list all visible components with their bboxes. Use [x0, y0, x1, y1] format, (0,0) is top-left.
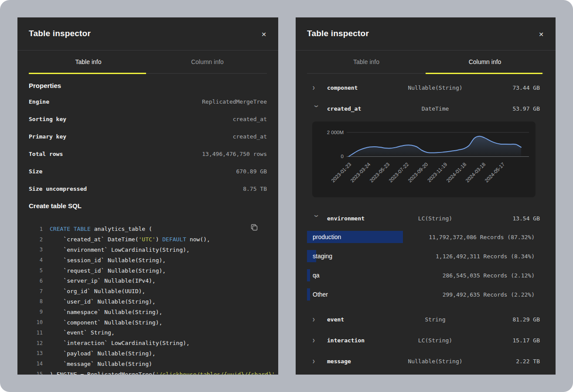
column-name: component	[321, 84, 387, 91]
sql-line: 10 `component` Nullable(String),	[29, 317, 267, 328]
line-number: 15	[29, 371, 43, 375]
column-name: event	[321, 316, 387, 323]
chevron-down-icon[interactable]: ❯	[314, 214, 319, 223]
sql-token: analytics_table (	[91, 226, 152, 232]
property-label: Engine	[29, 98, 49, 105]
sql-token: `namespace` Nullable(String),	[50, 309, 162, 315]
chevron-right-icon[interactable]: ❯	[312, 85, 321, 90]
property-label: Sorting key	[29, 116, 66, 122]
column-name: message	[321, 358, 387, 365]
line-number: 2	[29, 237, 43, 243]
table-inspector-dialog-left: Table inspector ✕ Table info Column info…	[17, 17, 278, 375]
column-row-event[interactable]: ❯eventString81.29 GB	[307, 309, 544, 330]
value-bar-track: staging	[307, 250, 436, 262]
value-bar-label: production	[307, 233, 341, 240]
create-table-sql-heading: Create table SQL	[29, 202, 267, 210]
property-label: Size uncompressed	[29, 186, 87, 192]
chevron-right-icon[interactable]: ❯	[312, 359, 321, 364]
sql-token: `event` String,	[50, 329, 115, 336]
property-value: 8.75 TB	[243, 186, 267, 192]
property-label: Size	[29, 168, 42, 175]
chart-axis-label: 0	[341, 154, 344, 159]
column-type: String	[387, 316, 483, 323]
sql-line: 2 `created_at` DateTime('UTC') DEFAULT n…	[29, 234, 267, 245]
sql-token: `org_id` Nullable(UUID),	[50, 288, 145, 294]
close-button[interactable]: ✕	[536, 30, 546, 39]
tab-table-info[interactable]: Table info	[307, 51, 426, 73]
copy-button[interactable]	[249, 223, 259, 233]
column-type: LC(String)	[387, 215, 483, 222]
chart-area-fill	[349, 136, 521, 156]
value-bar-track: production	[307, 231, 429, 243]
properties-heading: Properties	[29, 82, 267, 89]
value-bar-records: 1,126,492,311 Records (8.34%)	[436, 253, 535, 260]
value-bar-row: qa286,545,035 Records (2.12%)	[307, 269, 535, 281]
created-at-distribution-chart: 2 000M02023-01-232023-03-242023-05-23202…	[312, 122, 535, 197]
tab-table-info[interactable]: Table info	[29, 51, 148, 73]
column-row-interaction[interactable]: ❯interactionLC(String)15.17 GB	[307, 330, 544, 351]
value-bar-records: 286,545,035 Records (2.12%)	[443, 272, 535, 279]
column-size: 13.54 GB	[483, 215, 540, 222]
line-number: 13	[29, 350, 43, 356]
column-info-content: ❯componentNullable(String)73.44 GB❯creat…	[296, 77, 556, 372]
line-number: 9	[29, 309, 43, 315]
column-row-component[interactable]: ❯componentNullable(String)73.44 GB	[307, 77, 544, 98]
sql-token: `payload` Nullable(String),	[50, 350, 156, 357]
sql-line: 14 `message` Nullable(String)	[29, 358, 267, 369]
value-bar-row: production11,792,372,086 Records (87.32%…	[307, 231, 535, 243]
property-row: Size670.89 GB	[29, 162, 267, 180]
property-row: EngineReplicatedMergeTree	[29, 93, 267, 110]
sql-token: `session_id` Nullable(String),	[50, 257, 166, 264]
sql-line: 8 `user_id` Nullable(String),	[29, 297, 267, 307]
sql-token: '/clickhouse/tables/{uuid}/{shard}'	[156, 371, 275, 375]
sql-token: `created_at` DateTime(	[50, 236, 139, 243]
dialog-header: Table inspector ✕	[296, 17, 556, 51]
sql-token: `user_id` Nullable(String),	[50, 298, 156, 305]
chevron-right-icon[interactable]: ❯	[312, 338, 321, 343]
value-bar-row: Other299,492,635 Records (2.22%)	[307, 288, 535, 301]
column-name: created_at	[321, 105, 387, 112]
property-row: Size uncompressed8.75 TB	[29, 180, 267, 197]
copy-icon	[250, 223, 259, 232]
page-background: Table inspector ✕ Table info Column info…	[0, 0, 573, 392]
property-label: Total rows	[29, 151, 63, 157]
sql-code-block: 1CREATE TABLE analytics_table (2 `create…	[29, 224, 267, 375]
line-number: 4	[29, 257, 43, 263]
chart-axis-label: 2023-07-22	[388, 162, 409, 183]
chevron-right-icon[interactable]: ❯	[312, 317, 321, 322]
value-bar-row: staging1,126,492,311 Records (8.34%)	[307, 250, 535, 262]
environment-value-bars: production11,792,372,086 Records (87.32%…	[307, 231, 544, 301]
sql-line: 4 `session_id` Nullable(String),	[29, 255, 267, 265]
line-number: 3	[29, 247, 43, 253]
sql-line: 11 `event` String,	[29, 328, 267, 338]
chevron-down-icon[interactable]: ❯	[314, 105, 319, 113]
line-number: 1	[29, 226, 43, 232]
sql-token: )	[156, 236, 163, 243]
line-number: 5	[29, 267, 43, 274]
line-number: 10	[29, 319, 43, 325]
sql-line: 7 `org_id` Nullable(UUID),	[29, 286, 267, 297]
sql-line: 1CREATE TABLE analytics_table (	[29, 224, 267, 234]
property-value: created_at	[233, 133, 267, 140]
sql-line: 3 `environment` LowCardinality(String),	[29, 245, 267, 255]
property-label: Primary key	[29, 133, 66, 140]
chart-axis-label: 2024-05-17	[484, 162, 505, 183]
close-button[interactable]: ✕	[259, 30, 269, 39]
sql-token: `component` Nullable(String),	[50, 319, 162, 326]
column-row-created_at[interactable]: ❯created_atDateTime53.97 GB	[307, 98, 544, 119]
sql-token: 'UTC'	[139, 236, 156, 243]
tab-column-info[interactable]: Column info	[148, 51, 267, 73]
value-bar-records: 299,492,635 Records (2.22%)	[443, 291, 535, 298]
area-chart-svg: 2 000M02023-01-232023-03-242023-05-23202…	[312, 122, 535, 197]
chart-axis-label: 2023-01-23	[330, 162, 352, 183]
column-row-message[interactable]: ❯messageNullable(String)2.22 TB	[307, 351, 544, 372]
chart-axis-label: 2023-03-24	[349, 162, 372, 184]
sql-token: `interaction` LowCardinality(String),	[50, 340, 190, 346]
column-size: 73.44 GB	[483, 84, 540, 91]
sql-token: ) ENGINE = ReplicatedMergeTree(	[50, 371, 156, 375]
sql-line: 12 `interaction` LowCardinality(String),	[29, 338, 267, 348]
tab-column-info[interactable]: Column info	[426, 51, 544, 73]
column-type: DateTime	[387, 105, 483, 112]
sql-line: 15) ENGINE = ReplicatedMergeTree('/click…	[29, 369, 267, 375]
column-row-environment[interactable]: ❯environmentLC(String)13.54 GB	[307, 208, 544, 229]
